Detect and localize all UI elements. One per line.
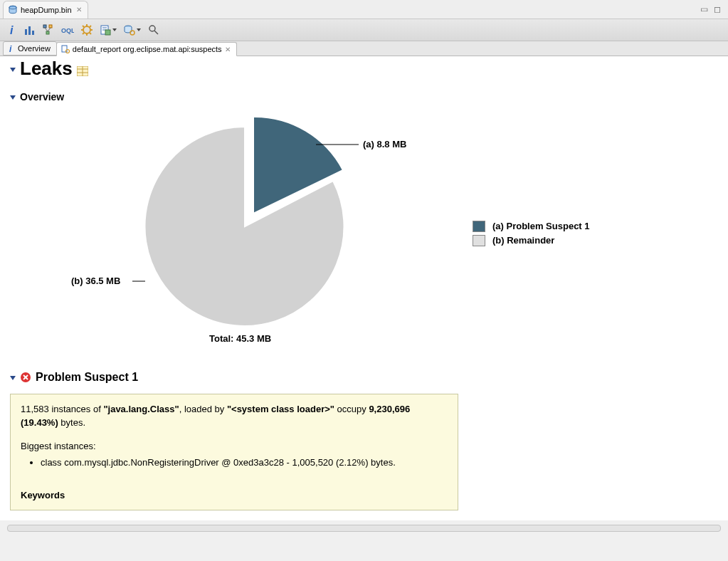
section-title-leaks: Leaks bbox=[20, 58, 73, 80]
svg-rect-24 bbox=[105, 30, 110, 35]
section-problem-suspect: Problem Suspect 1 bbox=[10, 371, 718, 384]
tab-default-report[interactable]: default_report org.eclipse.mat.api:suspe… bbox=[56, 42, 237, 56]
legend-swatch bbox=[473, 221, 485, 232]
section-title-suspect: Problem Suspect 1 bbox=[36, 371, 138, 384]
thread-overview-button[interactable] bbox=[81, 23, 93, 37]
bar-chart-icon bbox=[24, 24, 36, 36]
svg-rect-7 bbox=[49, 25, 52, 28]
svg-text:OQL: OQL bbox=[61, 27, 74, 34]
svg-rect-4 bbox=[28, 26, 31, 35]
section-overview: Overview bbox=[10, 91, 718, 103]
slice-label-a: (a) 8.8 MB bbox=[363, 139, 406, 150]
info-icon: i bbox=[8, 44, 15, 53]
suspect-intro: 11,583 instances of "java.lang.Class", l… bbox=[21, 403, 448, 430]
close-icon[interactable]: ✕ bbox=[225, 46, 231, 53]
svg-line-9 bbox=[45, 28, 48, 31]
tree-icon bbox=[43, 24, 54, 36]
db-gear-icon bbox=[124, 24, 135, 36]
svg-text:i: i bbox=[9, 44, 12, 53]
svg-line-17 bbox=[83, 26, 84, 27]
svg-line-28 bbox=[154, 31, 158, 34]
svg-point-27 bbox=[149, 26, 155, 31]
histogram-button[interactable] bbox=[24, 23, 36, 37]
gear-icon bbox=[81, 24, 93, 36]
editor-tab-heapdump[interactable]: heapDump.bin ✕ bbox=[3, 1, 88, 19]
overview-button[interactable]: i bbox=[7, 23, 17, 37]
svg-line-10 bbox=[48, 28, 51, 31]
tab-label: Overview bbox=[18, 44, 51, 53]
svg-line-20 bbox=[90, 26, 91, 27]
keywords-head: Keywords bbox=[21, 489, 448, 503]
info-icon: i bbox=[7, 24, 17, 36]
legend-label: (a) Problem Suspect 1 bbox=[492, 221, 590, 231]
problem-suspect-box: 11,583 instances of "java.lang.Class", l… bbox=[10, 394, 458, 510]
svg-rect-3 bbox=[25, 29, 27, 35]
oql-button[interactable]: OQL bbox=[61, 23, 74, 37]
svg-point-12 bbox=[83, 26, 90, 33]
section-title-overview: Overview bbox=[20, 91, 64, 103]
main-toolbar: i OQL bbox=[0, 19, 728, 41]
biggest-instances-head: Biggest instances: bbox=[21, 440, 448, 453]
editor-tab-bar: heapDump.bin ✕ ▭ ◻ bbox=[0, 0, 728, 19]
minimize-icon[interactable]: ▭ bbox=[700, 4, 708, 14]
editor-tab-label: heapDump.bin bbox=[21, 6, 72, 14]
report-icon bbox=[100, 24, 111, 36]
maximize-icon[interactable]: ◻ bbox=[714, 4, 721, 14]
pie-chart: (a) 8.8 MB (b) 36.5 MB Total: 45.3 MB bbox=[24, 105, 451, 362]
table-icon[interactable] bbox=[77, 66, 88, 76]
chart-legend: (a) Problem Suspect 1 (b) Remainder bbox=[473, 221, 590, 249]
twisty-icon[interactable] bbox=[10, 372, 16, 382]
pie-chart-area: (a) 8.8 MB (b) 36.5 MB Total: 45.3 MB (a… bbox=[24, 105, 718, 364]
instance-item: class com.mysql.jdbc.NonRegisteringDrive… bbox=[41, 456, 448, 470]
svg-rect-5 bbox=[32, 31, 34, 35]
database-icon bbox=[8, 5, 18, 15]
tab-label: default_report org.eclipse.mat.api:suspe… bbox=[73, 45, 222, 53]
legend-swatch bbox=[473, 235, 485, 246]
svg-line-19 bbox=[83, 33, 84, 34]
horizontal-scrollbar[interactable] bbox=[7, 525, 721, 532]
oql-icon: OQL bbox=[61, 25, 74, 35]
error-icon bbox=[20, 372, 31, 383]
svg-text:i: i bbox=[10, 24, 14, 36]
svg-rect-8 bbox=[46, 31, 49, 34]
sub-tab-bar: i Overview default_report org.eclipse.ma… bbox=[0, 41, 728, 56]
legend-label: (b) Remainder bbox=[492, 235, 554, 246]
svg-rect-6 bbox=[43, 25, 46, 28]
chart-total: Total: 45.3 MB bbox=[209, 333, 271, 344]
close-icon[interactable]: ✕ bbox=[76, 6, 82, 14]
dominator-tree-button[interactable] bbox=[43, 23, 54, 37]
svg-line-18 bbox=[90, 33, 91, 34]
legend-item-b: (b) Remainder bbox=[473, 235, 590, 246]
tab-overview[interactable]: i Overview bbox=[3, 41, 57, 56]
search-icon bbox=[148, 24, 159, 36]
content-area: Leaks Overview (a) 8.8 MB (b) 36 bbox=[0, 56, 728, 520]
query-browser-dropdown[interactable] bbox=[124, 23, 141, 37]
find-button[interactable] bbox=[148, 23, 159, 37]
twisty-icon[interactable] bbox=[10, 64, 16, 74]
svg-point-26 bbox=[130, 31, 134, 35]
run-report-dropdown[interactable] bbox=[100, 23, 117, 37]
twisty-icon[interactable] bbox=[10, 92, 16, 102]
slice-label-b: (b) 36.5 MB bbox=[71, 276, 120, 286]
section-leaks: Leaks bbox=[10, 58, 718, 80]
report-gear-icon bbox=[61, 45, 70, 53]
legend-item-a: (a) Problem Suspect 1 bbox=[473, 221, 590, 232]
